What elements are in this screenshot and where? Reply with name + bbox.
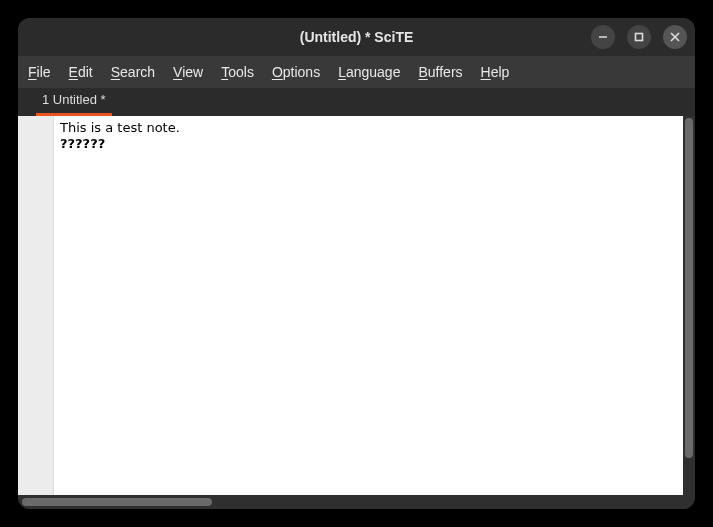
vertical-scrollbar[interactable]: [683, 116, 695, 495]
menu-view[interactable]: View: [173, 64, 203, 80]
tab-untitled[interactable]: 1 Untitled *: [36, 88, 112, 116]
line-number-gutter: [18, 116, 54, 495]
editor-line-1: This is a test note.: [60, 120, 180, 135]
window-title: (Untitled) * SciTE: [300, 29, 414, 45]
close-button[interactable]: [663, 25, 687, 49]
vertical-scrollbar-thumb[interactable]: [685, 118, 693, 458]
tab-label: 1 Untitled *: [42, 92, 106, 107]
window-controls: [591, 18, 687, 56]
minimize-icon: [598, 32, 608, 42]
horizontal-scrollbar-thumb[interactable]: [22, 498, 212, 506]
editor-area: This is a test note. ??????: [18, 116, 695, 495]
titlebar: (Untitled) * SciTE: [18, 18, 695, 56]
tabbar: 1 Untitled *: [18, 88, 695, 116]
horizontal-scrollbar[interactable]: [18, 495, 695, 509]
menu-file[interactable]: File: [28, 64, 51, 80]
menu-options[interactable]: Options: [272, 64, 320, 80]
maximize-icon: [634, 32, 644, 42]
menu-edit[interactable]: Edit: [69, 64, 93, 80]
app-window: (Untitled) * SciTE File Edit Search View…: [18, 18, 695, 509]
text-editor[interactable]: This is a test note. ??????: [54, 116, 683, 495]
close-icon: [670, 32, 680, 42]
minimize-button[interactable]: [591, 25, 615, 49]
svg-rect-1: [636, 34, 643, 41]
editor-line-2: ??????: [60, 136, 105, 151]
maximize-button[interactable]: [627, 25, 651, 49]
menu-language[interactable]: Language: [338, 64, 400, 80]
menu-help[interactable]: Help: [481, 64, 510, 80]
menubar: File Edit Search View Tools Options Lang…: [18, 56, 695, 88]
menu-tools[interactable]: Tools: [221, 64, 254, 80]
menu-buffers[interactable]: Buffers: [418, 64, 462, 80]
menu-search[interactable]: Search: [111, 64, 155, 80]
